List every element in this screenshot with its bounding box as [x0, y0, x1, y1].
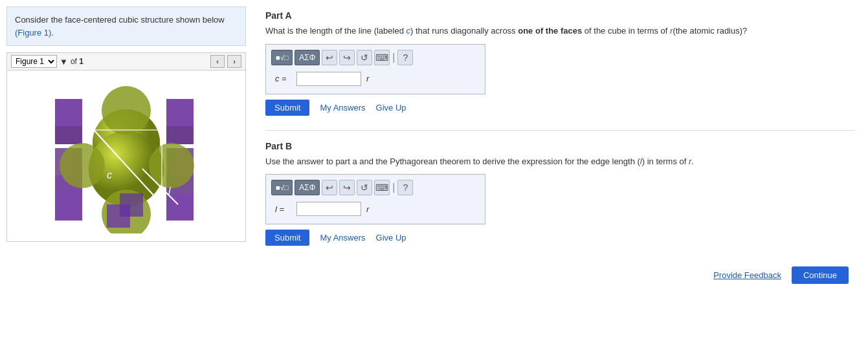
part-a-q-bold: one of the faces [518, 26, 582, 36]
figure-controls: Figure 1 ▼ of 1 ‹ › [6, 52, 246, 70]
figure-selector[interactable]: Figure 1 [11, 55, 57, 68]
provide-feedback-link[interactable]: Provide Feedback [713, 270, 781, 280]
part-b-editor: ■√□ ΑΣΦ ↩ ↪ ↺ ⌨ | ? l = r [265, 174, 485, 224]
part-a-submit-button[interactable]: Submit [265, 100, 309, 116]
figure-container: c l [6, 70, 246, 242]
svg-point-15 [102, 86, 151, 135]
part-b-q-text1: Use the answer to part a and the Pythago… [265, 157, 640, 166]
keyboard-btn-a[interactable]: ⌨ [374, 50, 390, 65]
figure-of-text: of 1 [71, 57, 83, 66]
svg-rect-20 [120, 193, 143, 217]
svg-rect-8 [166, 99, 194, 126]
part-a-q-text2: ) that runs diagonally across [410, 26, 518, 36]
svg-rect-7 [55, 99, 82, 126]
part-b-give-up-link[interactable]: Give Up [376, 233, 406, 243]
part-a-question: What is the length of the line (labeled … [265, 25, 855, 38]
part-b-submit-button[interactable]: Submit [265, 230, 309, 246]
part-a-answer-input[interactable] [296, 72, 361, 86]
part-a-section: Part A What is the length of the line (l… [265, 6, 855, 121]
problem-description: Consider the face-centered cubic structu… [6, 6, 246, 46]
separator-a: | [392, 52, 395, 63]
prev-figure-button[interactable]: ‹ [210, 55, 225, 68]
reset-btn-b[interactable]: ↺ [357, 180, 372, 195]
part-b-answer-input[interactable] [296, 202, 361, 216]
part-b-action-row: Submit My Answers Give Up [265, 230, 855, 246]
greek-symbol-btn-b[interactable]: ΑΣΦ [295, 180, 320, 195]
help-btn-b[interactable]: ? [397, 180, 413, 195]
right-panel: Part A What is the length of the line (l… [252, 0, 868, 346]
figure-of-label: ▼ [60, 57, 68, 67]
part-a-answer-label: c = [275, 74, 291, 83]
greek-symbol-btn-a[interactable]: ΑΣΦ [295, 50, 320, 65]
part-a-q-final: (the atomic radius)? [673, 26, 747, 36]
math-template-btn-b[interactable]: ■√□ [271, 180, 293, 195]
part-a-toolbar: ■√□ ΑΣΦ ↩ ↪ ↺ ⌨ | ? [271, 50, 480, 65]
part-a-action-row: Submit My Answers Give Up [265, 100, 855, 116]
fcc-figure-svg: c l [42, 78, 210, 233]
reset-btn-a[interactable]: ↺ [357, 50, 372, 65]
separator-b: | [392, 182, 395, 193]
description-text: Consider the face-centered cubic structu… [15, 15, 225, 25]
part-a-answer-suffix: r [366, 74, 369, 83]
part-b-q-final: . [691, 157, 694, 166]
bottom-actions: Provide Feedback Continue [265, 266, 855, 284]
svg-point-17 [60, 143, 105, 188]
svg-text:l: l [168, 186, 171, 197]
parts-divider [265, 130, 855, 131]
continue-button[interactable]: Continue [792, 266, 849, 284]
left-panel: Consider the face-centered cubic structu… [0, 0, 252, 346]
part-b-q-text2: ) in terms of [642, 157, 689, 166]
next-figure-button[interactable]: › [227, 55, 241, 68]
part-a-answer-row: c = r [271, 69, 480, 89]
svg-text:c: c [107, 169, 112, 180]
part-b-answer-label: l = [275, 204, 291, 214]
part-b-question: Use the answer to part a and the Pythago… [265, 155, 855, 168]
part-b-section: Part B Use the answer to part a and the … [265, 137, 855, 252]
part-a-give-up-link[interactable]: Give Up [376, 103, 406, 113]
redo-btn-b[interactable]: ↪ [339, 180, 355, 195]
part-a-q-text3: of the cube in terms of [582, 26, 670, 36]
description-suffix: . [51, 28, 54, 38]
part-b-my-answers-link[interactable]: My Answers [320, 233, 365, 243]
part-a-q-text1: What is the length of the line (labeled [265, 26, 406, 36]
part-a-editor: ■√□ ΑΣΦ ↩ ↪ ↺ ⌨ | ? c = r [265, 44, 485, 94]
part-a-my-answers-link[interactable]: My Answers [320, 103, 365, 113]
help-btn-a[interactable]: ? [397, 50, 413, 65]
figure-link[interactable]: (Figure 1) [15, 28, 51, 38]
svg-rect-3 [55, 193, 82, 221]
part-b-toolbar: ■√□ ΑΣΦ ↩ ↪ ↺ ⌨ | ? [271, 180, 480, 195]
part-a-label: Part A [265, 10, 855, 21]
part-b-answer-suffix: r [366, 204, 369, 214]
keyboard-btn-b[interactable]: ⌨ [374, 180, 390, 195]
part-b-answer-row: l = r [271, 199, 480, 219]
undo-btn-b[interactable]: ↩ [322, 180, 337, 195]
undo-btn-a[interactable]: ↩ [322, 50, 337, 65]
part-b-label: Part B [265, 141, 855, 151]
redo-btn-a[interactable]: ↪ [339, 50, 355, 65]
math-template-btn-a[interactable]: ■√□ [271, 50, 293, 65]
